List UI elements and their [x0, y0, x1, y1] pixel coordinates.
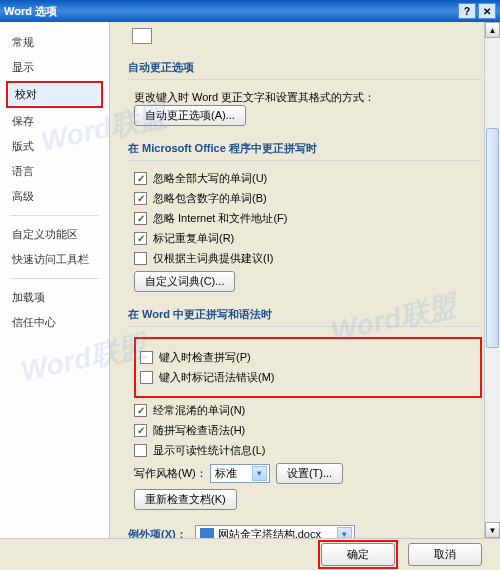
- chk-readability-stats[interactable]: [134, 444, 147, 457]
- sidebar-item-display[interactable]: 显示: [0, 55, 109, 80]
- icon-strip: [128, 22, 482, 50]
- word-doc-icon: [200, 528, 214, 539]
- dialog-footer: 确定 取消: [0, 538, 500, 570]
- sidebar: 常规 显示 校对 保存 版式 语言 高级 自定义功能区 快速访问工具栏 加载项 …: [0, 22, 110, 538]
- writing-style-dropdown[interactable]: 标准 ▼: [210, 464, 270, 483]
- chk-flag-repeated[interactable]: [134, 232, 147, 245]
- sidebar-item-language[interactable]: 语言: [0, 159, 109, 184]
- writing-style-label: 写作风格(W)：: [134, 466, 207, 481]
- chevron-down-icon: ▼: [337, 527, 352, 538]
- doc-icon: [132, 28, 152, 44]
- sidebar-item-qat[interactable]: 快速访问工具栏: [0, 247, 109, 272]
- sidebar-item-proofing[interactable]: 校对: [9, 84, 100, 105]
- scroll-up-arrow[interactable]: ▲: [485, 22, 500, 38]
- sidebar-item-advanced[interactable]: 高级: [0, 184, 109, 209]
- window-title: Word 选项: [4, 4, 57, 19]
- exceptions-doc-dropdown[interactable]: 网站金字塔结构.docx ▼: [195, 525, 355, 538]
- scroll-track[interactable]: [485, 38, 500, 522]
- section-mso-head: 在 Microsoft Office 程序中更正拼写时: [128, 131, 482, 161]
- help-button[interactable]: ?: [458, 3, 476, 19]
- sidebar-item-general[interactable]: 常规: [0, 30, 109, 55]
- sidebar-item-trust-center[interactable]: 信任中心: [0, 310, 109, 335]
- chk-ignore-uppercase[interactable]: [134, 172, 147, 185]
- scroll-thumb[interactable]: [486, 128, 499, 348]
- close-button[interactable]: ✕: [478, 3, 496, 19]
- chk-mark-grammar-typing[interactable]: [140, 371, 153, 384]
- section-exceptions-head: 例外项(X)： 网站金字塔结构.docx ▼: [128, 515, 482, 538]
- recheck-doc-button[interactable]: 重新检查文档(K): [134, 489, 237, 510]
- sidebar-item-save[interactable]: 保存: [0, 109, 109, 134]
- ok-button[interactable]: 确定: [321, 543, 395, 566]
- chk-ignore-numbers[interactable]: [134, 192, 147, 205]
- scroll-down-arrow[interactable]: ▼: [485, 522, 500, 538]
- autocorrect-options-button[interactable]: 自动更正选项(A)...: [134, 105, 246, 126]
- section-wordcheck-head: 在 Word 中更正拼写和语法时: [128, 297, 482, 327]
- sidebar-item-addins[interactable]: 加载项: [0, 285, 109, 310]
- settings-button[interactable]: 设置(T)...: [276, 463, 343, 484]
- titlebar: Word 选项 ? ✕: [0, 0, 500, 22]
- chevron-down-icon: ▼: [252, 466, 267, 481]
- autocorrect-desc: 更改键入时 Word 更正文字和设置其格式的方式：: [134, 90, 375, 105]
- chk-confused-words[interactable]: [134, 404, 147, 417]
- highlight-spellgrammar: 键入时检查拼写(P) 键入时标记语法错误(M): [134, 337, 482, 398]
- sidebar-item-customize-ribbon[interactable]: 自定义功能区: [0, 222, 109, 247]
- vertical-scrollbar[interactable]: ▲ ▼: [484, 22, 500, 538]
- content-pane: 自动更正选项 更改键入时 Word 更正文字和设置其格式的方式： 自动更正选项(…: [110, 22, 500, 538]
- section-autocorrect-head: 自动更正选项: [128, 50, 482, 80]
- chk-check-spelling-typing[interactable]: [140, 351, 153, 364]
- chk-main-dict-only[interactable]: [134, 252, 147, 265]
- custom-dict-button[interactable]: 自定义词典(C)...: [134, 271, 235, 292]
- cancel-button[interactable]: 取消: [408, 543, 482, 566]
- chk-ignore-urls[interactable]: [134, 212, 147, 225]
- chk-grammar-with-spelling[interactable]: [134, 424, 147, 437]
- sidebar-item-layout[interactable]: 版式: [0, 134, 109, 159]
